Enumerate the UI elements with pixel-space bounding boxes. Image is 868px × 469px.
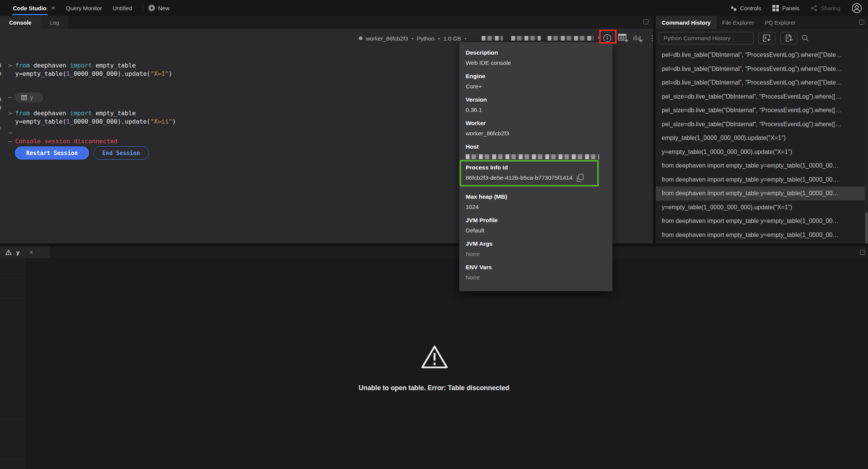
session-language: Python xyxy=(417,35,435,42)
popup-fields: DescriptionWeb IDE consoleEngineCore+Ver… xyxy=(466,47,605,282)
controls-icon xyxy=(730,5,737,11)
command-history-search-input[interactable] xyxy=(659,32,753,44)
history-item[interactable]: empty_table(1_0000_000_000).update("X=1"… xyxy=(656,131,865,145)
history-item[interactable]: from deephaven import empty_table y=empt… xyxy=(656,159,865,173)
popup-field-label: Max heap (MB) xyxy=(466,191,605,202)
open-chart-menu-icon[interactable] xyxy=(633,34,644,43)
restart-session-button[interactable]: Restart Session xyxy=(15,146,89,160)
table-error-message: Unable to open table. Error: Table disco… xyxy=(0,384,868,392)
history-item[interactable]: from deephaven import empty_table y=empt… xyxy=(656,214,865,228)
popup-field: JVM ArgsNone xyxy=(466,238,605,259)
tab-log-label: Log xyxy=(50,19,59,26)
tab-file-explorer[interactable]: File Explorer xyxy=(717,16,759,29)
send-to-console-button[interactable] xyxy=(758,32,775,44)
worker-info-popup: DescriptionWeb IDE consoleEngineCore+Ver… xyxy=(459,42,612,291)
command-history-list: pel=db.live_table("DbInternal", "Process… xyxy=(656,48,865,242)
history-item[interactable]: y=empty_table(1_0000_000_000).update("X=… xyxy=(656,201,865,215)
scrollbar-thumb[interactable] xyxy=(865,212,868,245)
panel-divider[interactable] xyxy=(653,16,656,243)
popup-field: Process Info Id86fcb2f3-de5e-412b-b5ca-b… xyxy=(466,162,605,183)
tab-label: PQ Explorer xyxy=(764,19,796,26)
redacted-toolbar-text xyxy=(548,36,594,41)
code-line: y=empty_table(1_0000_000_000).update("X=… xyxy=(15,70,172,78)
history-item[interactable]: pel_size=db.live_table("DbInternal", "Pr… xyxy=(656,118,865,132)
panel-divider[interactable] xyxy=(0,243,868,246)
controls-label: Controls xyxy=(740,5,761,11)
maximize-panel-icon[interactable] xyxy=(644,19,648,24)
worker-status-dot xyxy=(359,36,363,40)
send-to-notebook-button[interactable] xyxy=(780,32,797,44)
popup-field-value: worker_86fcb2f3 xyxy=(466,128,605,138)
history-item[interactable]: from deephaven import empty_table y=empt… xyxy=(656,228,865,242)
gutter-mark xyxy=(0,98,1,101)
tab-table-y[interactable]: y ✕ xyxy=(0,246,50,258)
close-tab-icon[interactable]: ✕ xyxy=(51,5,55,11)
popup-field-value: 86fcb2f3-de5e-412b-b5ca-b773075f1414 xyxy=(466,173,605,183)
popup-field-value xyxy=(466,152,605,159)
popup-field-value-text: worker_86fcb2f3 xyxy=(466,128,509,138)
top-tab-untitled[interactable]: Untitled xyxy=(107,0,137,16)
panels-menu-button[interactable]: Panels xyxy=(772,5,799,11)
code-line: y=empty_table(1_0000_000_000).update("X=… xyxy=(15,118,176,126)
console-code-entry: > from deephaven import empty_table y=em… xyxy=(8,109,176,126)
history-item[interactable]: pel=db.live_table("DbInternal", "Process… xyxy=(656,76,865,90)
session-memory: 1.0 GB xyxy=(443,35,461,42)
table-result-label: y xyxy=(30,94,33,100)
output-marker: – xyxy=(8,138,12,145)
popup-field-value: None xyxy=(466,249,605,259)
worker-name: worker_86fcb2f3 xyxy=(366,35,408,42)
top-tab-query-monitor[interactable]: Query Monitor xyxy=(61,0,107,16)
popup-field-value: 1024 xyxy=(466,202,605,212)
popup-field: Max heap (MB)1024 xyxy=(466,191,605,212)
sharing-button[interactable]: Sharing xyxy=(811,5,840,11)
table-panel: y ✕ Unable to open table. Error: Table d… xyxy=(0,246,868,469)
tab-command-history[interactable]: Command History xyxy=(656,16,717,29)
table-result-button[interactable]: y xyxy=(15,93,43,102)
controls-menu-button[interactable]: Controls xyxy=(730,5,761,11)
separator-dot: • xyxy=(411,35,413,42)
close-tab-icon[interactable]: ✕ xyxy=(29,249,33,255)
popup-field-label: JVM Args xyxy=(466,238,605,249)
tab-console[interactable]: Console xyxy=(0,16,41,29)
account-avatar-button[interactable] xyxy=(852,3,862,13)
popup-field-value: None xyxy=(466,272,605,282)
new-tab-button[interactable]: New xyxy=(148,5,170,11)
popup-field: EngineCore+ xyxy=(466,71,605,91)
popup-field-value-text: 0.36.1 xyxy=(466,105,482,115)
top-bar: Code Studio ✕ Query Monitor Untitled New… xyxy=(0,0,868,16)
redacted-value xyxy=(466,154,599,159)
worker-info-icon[interactable] xyxy=(603,34,612,42)
tab-pq-explorer[interactable]: PQ Explorer xyxy=(759,16,801,29)
table-icon xyxy=(21,95,27,100)
popup-field-value: Web IDE console xyxy=(466,58,605,68)
prompt-marker: > xyxy=(8,109,12,118)
history-item[interactable]: from deephaven import empty_table y=empt… xyxy=(656,173,865,187)
popup-field-value: Core+ xyxy=(466,81,605,91)
panels-label: Panels xyxy=(782,5,799,11)
history-item[interactable]: from deephaven import empty_table y=empt… xyxy=(656,187,865,201)
open-table-menu-icon[interactable] xyxy=(618,34,629,43)
right-side-panel: Command History File Explorer PQ Explore… xyxy=(656,16,868,243)
separator-dot: • xyxy=(438,35,440,42)
popup-field-label: ENV Vars xyxy=(466,262,605,272)
copy-icon[interactable] xyxy=(576,174,584,182)
popup-field-value: 0.36.1 xyxy=(466,105,605,115)
history-item[interactable]: pel=db.live_table("DbInternal", "Process… xyxy=(656,48,865,62)
history-item[interactable]: pel=db.live_table("DbInternal", "Process… xyxy=(656,62,865,76)
maximize-panel-icon[interactable] xyxy=(860,250,865,255)
popup-field-value-text: Web IDE console xyxy=(466,58,511,68)
popup-field-value-text: Default xyxy=(466,225,484,235)
history-item[interactable]: pel_size=db.live_table("DbInternal", "Pr… xyxy=(656,90,865,104)
right-panel-tab-bar: Command History File Explorer PQ Explore… xyxy=(656,16,868,29)
tab-label: y xyxy=(16,249,19,256)
gutter-mark xyxy=(0,72,1,75)
tab-log[interactable]: Log xyxy=(41,16,68,29)
top-tab-label: Query Monitor xyxy=(66,5,102,11)
top-tab-label: Code Studio xyxy=(13,5,46,11)
maximize-panel-icon[interactable] xyxy=(859,20,864,25)
top-tab-code-studio[interactable]: Code Studio ✕ xyxy=(8,0,61,16)
end-session-button[interactable]: End Session xyxy=(93,146,149,160)
history-item[interactable]: y=empty_table(1_0000_000_000).update("X=… xyxy=(656,145,865,159)
history-item[interactable]: pel_size=db.live_table("DbInternal", "Pr… xyxy=(656,104,865,118)
tab-divider xyxy=(143,4,143,12)
